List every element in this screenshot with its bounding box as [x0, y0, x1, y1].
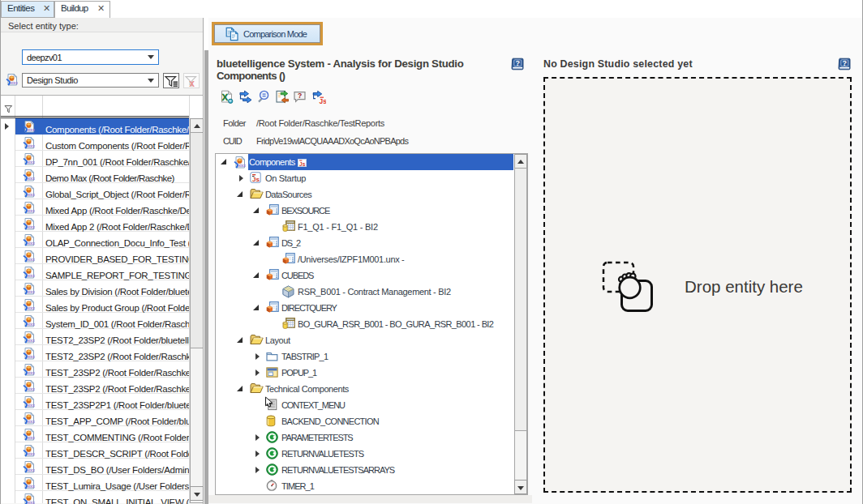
svg-text:xxx: xxx	[28, 451, 35, 456]
svg-text:xxx: xxx	[28, 354, 35, 359]
svg-text:xxx: xxx	[28, 468, 35, 472]
svg-text:xxx: xxx	[28, 127, 35, 132]
svg-text:xxx: xxx	[28, 273, 35, 278]
svg-text:?: ?	[843, 59, 848, 67]
svg-text:xxx: xxx	[28, 305, 35, 310]
svg-text:xxx: xxx	[28, 208, 35, 213]
svg-text:X: X	[222, 92, 229, 102]
svg-text:Js: Js	[320, 97, 326, 105]
svg-text:xxx: xxx	[28, 419, 35, 424]
svg-text:xxx: xxx	[28, 241, 35, 246]
svg-text:xxx: xxx	[28, 322, 35, 327]
svg-text:xxx: xxx	[28, 143, 35, 148]
svg-text:Js: Js	[299, 161, 306, 167]
svg-text:xxx: xxx	[11, 80, 18, 85]
svg-text:xxx: xxx	[28, 224, 35, 229]
svg-text:xxx: xxx	[28, 403, 35, 408]
svg-text:xxx: xxx	[238, 163, 246, 168]
svg-text:xxx: xxx	[28, 160, 35, 164]
svg-text:xxx: xxx	[28, 257, 35, 262]
svg-text:xxx: xxx	[28, 192, 35, 197]
svg-text:Js: Js	[252, 176, 260, 183]
svg-text:?: ?	[516, 59, 521, 67]
svg-text:xxx: xxx	[28, 484, 35, 489]
svg-text:xxx: xxx	[28, 370, 35, 375]
svg-text:xxx: xxx	[28, 176, 35, 181]
svg-text:xxx: xxx	[28, 338, 35, 343]
svg-text:xxx: xxx	[28, 500, 35, 504]
svg-text:xxx: xxx	[28, 289, 35, 294]
svg-text:xxx: xxx	[28, 435, 35, 440]
svg-text:xxx: xxx	[28, 387, 35, 391]
svg-text:?: ?	[298, 92, 302, 100]
svg-text:x: x	[189, 78, 195, 88]
